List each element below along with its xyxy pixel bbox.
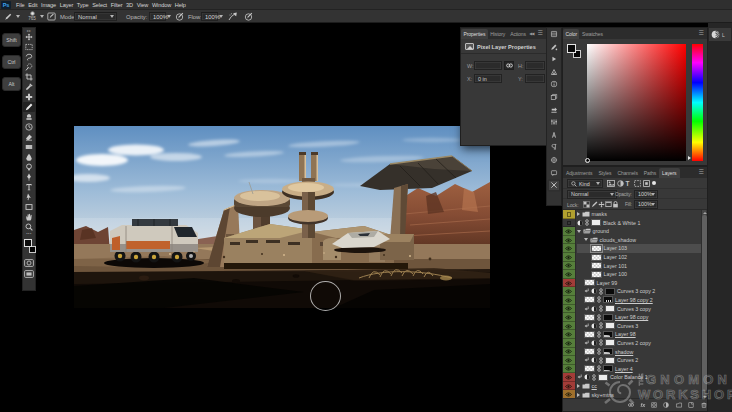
- filter-kind-caret[interactable]: [596, 182, 600, 185]
- menu-3d[interactable]: 3D: [126, 2, 133, 8]
- dock-icon-character[interactable]: [548, 130, 560, 141]
- menu-type[interactable]: Type: [77, 2, 89, 8]
- layer-row-body[interactable]: Layer 101: [577, 262, 704, 270]
- dock-icon-cross-tools[interactable]: [548, 180, 560, 191]
- layer-row-layer-98-copy-2[interactable]: Layer 98 copy 2: [563, 296, 707, 305]
- new-group-icon[interactable]: [676, 401, 683, 408]
- menu-edit[interactable]: Edit: [28, 2, 37, 8]
- filter-adjustment-icon[interactable]: [617, 180, 624, 187]
- layer-visibility-eye-icon[interactable]: [563, 244, 576, 253]
- panel-menu-icon[interactable]: ☰: [538, 31, 543, 36]
- layer-blend-caret[interactable]: [610, 193, 614, 196]
- layer-name[interactable]: Layer 102: [604, 254, 628, 260]
- tab-swatches[interactable]: Swatches: [579, 29, 605, 39]
- dock-icon-styles[interactable]: [548, 104, 560, 115]
- x-input[interactable]: 0 in: [474, 74, 502, 83]
- layer-thumbnail[interactable]: [584, 365, 595, 372]
- foreground-color-swatch[interactable]: [24, 239, 32, 247]
- layer-row-body[interactable]: Curves 3: [577, 322, 704, 330]
- toolbar-ellipsis-icon[interactable]: •••: [23, 232, 35, 236]
- crop-tool-icon[interactable]: [23, 72, 35, 82]
- menu-view[interactable]: View: [137, 2, 149, 8]
- layer-row-layer-98-copy[interactable]: Layer 98 copy: [563, 313, 707, 322]
- eraser-tool-icon[interactable]: [23, 132, 35, 142]
- layer-thumbnail[interactable]: [591, 254, 602, 261]
- group-expanded-arrow-icon[interactable]: [577, 230, 581, 233]
- layer-thumbnail[interactable]: [591, 245, 602, 252]
- dock-icon-actions-play[interactable]: [548, 54, 560, 65]
- healing-brush-tool-icon[interactable]: [23, 92, 35, 102]
- tab-adjustments[interactable]: Adjustments: [563, 168, 595, 178]
- lock-artboard-icon[interactable]: [605, 201, 612, 208]
- layer-mask-thumbnail[interactable]: [603, 365, 614, 372]
- layers-panel-menu-icon[interactable]: ☰: [699, 170, 704, 175]
- filter-smartobject-icon[interactable]: [643, 180, 650, 187]
- tab-styles[interactable]: Styles: [595, 168, 614, 178]
- layer-row-curves-3-copy-2[interactable]: Curves 3 copy 2: [563, 287, 707, 296]
- layer-thumbnail[interactable]: [584, 296, 595, 303]
- layer-row-body[interactable]: shadow: [577, 348, 704, 356]
- new-adjustment-icon[interactable]: [663, 401, 670, 408]
- foreground-swatch[interactable]: [567, 44, 576, 53]
- dodge-tool-icon[interactable]: [23, 162, 35, 172]
- layer-visibility-eye-icon[interactable]: [563, 382, 576, 391]
- dock-icon-notes[interactable]: [548, 167, 560, 178]
- layer-row-body[interactable]: Layer 98 copy 2: [577, 296, 704, 304]
- adjustment-mask-thumbnail[interactable]: [605, 339, 616, 346]
- tab-layers[interactable]: Layers: [659, 168, 679, 178]
- layer-visibility-eye-icon[interactable]: [563, 348, 576, 357]
- layer-name[interactable]: Curves 3: [617, 323, 638, 329]
- layer-visibility-eye-icon[interactable]: [563, 236, 576, 245]
- layer-name[interactable]: Layer 103: [604, 245, 628, 251]
- layer-row-layer-98[interactable]: Layer 98: [563, 330, 707, 339]
- layer-mask-thumbnail[interactable]: [603, 331, 614, 338]
- menu-filter[interactable]: Filter: [111, 2, 123, 8]
- layer-name[interactable]: Curves 2 copy: [617, 340, 651, 346]
- height-input[interactable]: [525, 61, 545, 70]
- tab-color[interactable]: Color: [563, 29, 579, 39]
- tab-channels[interactable]: Channels: [614, 168, 640, 178]
- shape-tool-icon[interactable]: [23, 202, 35, 212]
- lock-position-icon[interactable]: [598, 201, 605, 208]
- layer-visibility-eye-icon[interactable]: [563, 313, 576, 322]
- layer-visibility-eye-icon[interactable]: [563, 330, 576, 339]
- adjustment-mask-thumbnail[interactable]: [605, 288, 616, 295]
- layer-row-body[interactable]: Curves 2 copy: [577, 339, 704, 347]
- marquee-tool-icon[interactable]: [23, 42, 35, 52]
- type-tool-icon[interactable]: [23, 182, 35, 192]
- y-input[interactable]: [525, 74, 545, 83]
- quick-select-tool-icon[interactable]: [23, 62, 35, 72]
- layer-row-body[interactable]: cc: [577, 382, 704, 390]
- layer-row-curves-3-copy[interactable]: Curves 3 copy: [563, 305, 707, 314]
- layer-row-body[interactable]: Curves 3 copy: [577, 305, 704, 313]
- fill-caret[interactable]: [651, 203, 655, 206]
- layer-thumbnail[interactable]: [591, 262, 602, 269]
- layer-visibility-eye-icon[interactable]: [563, 322, 576, 331]
- layer-name[interactable]: Layer 100: [604, 271, 628, 277]
- layer-visibility-eye-icon[interactable]: [563, 373, 576, 382]
- dock-icon-adjustments[interactable]: [548, 117, 560, 128]
- layer-row-body[interactable]: Layer 4: [577, 365, 704, 373]
- adjustment-mask-thumbnail[interactable]: [598, 374, 609, 381]
- layer-name[interactable]: Layer 98 copy 2: [615, 297, 653, 303]
- clone-stamp-tool-icon[interactable]: [23, 112, 35, 122]
- layer-row-body[interactable]: Layer 102: [577, 253, 704, 261]
- filter-pixel-icon[interactable]: [607, 180, 615, 187]
- layers-scrollbar[interactable]: [701, 210, 707, 399]
- dock-icon-tool-presets[interactable]: [548, 67, 560, 78]
- brush-picker-caret[interactable]: [40, 15, 44, 18]
- layer-row-layer-102[interactable]: Layer 102: [563, 253, 707, 262]
- dock-icon-swatch-book[interactable]: [548, 29, 560, 40]
- blur-tool-icon[interactable]: [23, 152, 35, 162]
- layer-mask-thumbnail[interactable]: [603, 348, 614, 355]
- layer-thumbnail[interactable]: [584, 314, 595, 321]
- layer-visibility-eye-icon[interactable]: [563, 339, 576, 348]
- quick-mask-button[interactable]: [24, 258, 35, 267]
- dock-icon-layer-comps[interactable]: [548, 92, 560, 103]
- layer-row-layer-100[interactable]: Layer 100: [563, 270, 707, 279]
- flow-select[interactable]: 100%: [201, 12, 218, 21]
- layer-row-body[interactable]: Curves 3 copy 2: [577, 287, 704, 295]
- filter-toggle-icon[interactable]: [652, 181, 656, 185]
- filter-shape-icon[interactable]: [634, 180, 641, 187]
- menu-window[interactable]: Window: [152, 2, 171, 8]
